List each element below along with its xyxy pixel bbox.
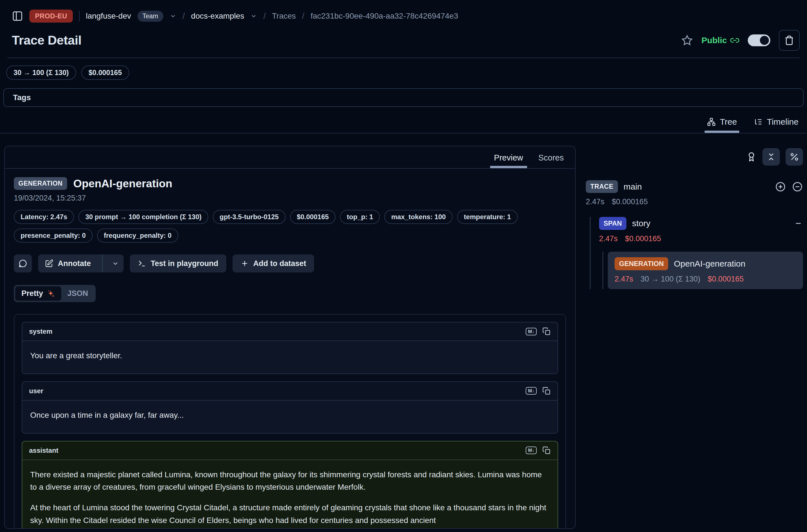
latency-badge[interactable]: Latency: 2.47s	[14, 210, 74, 224]
message-system: system M↓ You are a great storyteller.	[22, 322, 558, 374]
annotate-dropdown[interactable]	[107, 254, 124, 272]
sidebar-toggle-icon[interactable]	[12, 11, 23, 22]
generation-tokens: 30 → 100 (Σ 130)	[640, 275, 700, 284]
breadcrumb-separator: /	[302, 11, 304, 21]
message-tools: M↓	[526, 327, 551, 336]
annotate-button[interactable]: Annotate	[38, 254, 124, 272]
tree-children: GENERATION OpenAI-generation 2.47s 30 → …	[602, 252, 803, 289]
cost-badge[interactable]: $0.000165	[81, 65, 129, 80]
test-in-playground-button[interactable]: Test in playground	[130, 254, 226, 272]
panel-tabs: Preview Scores	[5, 146, 575, 169]
toggle-knob	[760, 36, 769, 45]
delete-trace-button[interactable]	[779, 30, 800, 51]
action-buttons: Annotate Test in playground Add to data	[14, 254, 566, 272]
temperature-badge[interactable]: temperature: 1	[457, 210, 518, 224]
observation-metadata-row: presence_penalty: 0 frequency_penalty: 0	[14, 228, 566, 243]
span-metrics: 2.47s $0.000165	[599, 234, 803, 243]
tab-tree-label: Tree	[720, 117, 737, 127]
chevron-down-icon[interactable]	[250, 13, 257, 19]
tree-node-span[interactable]: SPAN story 2.47s $0.000165	[599, 217, 803, 243]
public-label: Public	[701, 36, 727, 45]
model-badge[interactable]: gpt-3.5-turbo-0125	[213, 210, 285, 224]
sparkles-icon	[46, 289, 55, 298]
environment-badge[interactable]: PROD-EU	[29, 10, 73, 23]
trace-detail-page: PROD-EU langfuse-dev Team / docs-example…	[0, 0, 807, 532]
divider	[102, 254, 103, 272]
copy-icon[interactable]	[542, 327, 551, 336]
tab-scores[interactable]: Scores	[538, 153, 564, 168]
expand-all-icon[interactable]	[775, 181, 786, 192]
format-pretty[interactable]: Pretty	[15, 286, 61, 301]
page-header: Trace Detail Public	[0, 23, 807, 51]
star-icon[interactable]	[681, 34, 693, 46]
breadcrumb-org[interactable]: langfuse-dev	[86, 12, 131, 21]
org-type-badge: Team	[137, 11, 163, 22]
markdown-toggle-icon[interactable]: M↓	[526, 328, 537, 336]
metrics-percent-button[interactable]	[786, 148, 803, 166]
message-content: There existed a majestic planet called L…	[22, 459, 558, 529]
message-text: At the heart of Lumina stood the towerin…	[30, 501, 550, 527]
tree-icon	[707, 117, 716, 126]
tab-tree[interactable]: Tree	[707, 117, 737, 133]
tags-section[interactable]: Tags	[3, 88, 804, 107]
tab-preview[interactable]: Preview	[494, 153, 523, 168]
trace-metrics: 2.47s $0.000165	[586, 197, 803, 206]
span-badge: SPAN	[599, 217, 626, 230]
annotate-main[interactable]: Annotate	[38, 254, 98, 272]
breadcrumb-trace-id: fac231bc-90ee-490a-aa32-78c4269474e3	[311, 12, 458, 21]
cost-badge[interactable]: $0.000165	[290, 210, 336, 224]
content-area: Preview Scores GENERATION OpenAI-generat…	[4, 146, 803, 530]
token-usage-badge[interactable]: 30 → 100 (Σ 130)	[6, 65, 76, 80]
breadcrumb-project[interactable]: docs-examples	[191, 12, 244, 21]
active-tab-indicator	[705, 131, 739, 133]
token-usage-badge[interactable]: 30 prompt → 100 completion (Σ 130)	[78, 210, 208, 224]
add-to-dataset-label: Add to dataset	[254, 259, 306, 268]
message-header: user M↓	[22, 382, 558, 400]
message-tools: M↓	[526, 446, 551, 455]
view-tabs: Tree Timeline	[0, 107, 807, 133]
generation-cost: $0.000165	[708, 275, 744, 284]
breadcrumb-section[interactable]: Traces	[272, 12, 296, 21]
divider	[79, 11, 79, 21]
timeline-icon	[754, 117, 763, 126]
observation-body: GENERATION OpenAI-generation 19/03/2024,…	[5, 169, 575, 529]
active-tab-indicator	[490, 166, 527, 168]
messages-container: system M↓ You are a great storyteller.	[14, 314, 566, 529]
presence-penalty-badge[interactable]: presence_penalty: 0	[14, 228, 93, 243]
breadcrumb: PROD-EU langfuse-dev Team / docs-example…	[0, 0, 807, 23]
frequency-penalty-badge[interactable]: frequency_penalty: 0	[97, 228, 178, 243]
public-link[interactable]: Public	[701, 36, 739, 45]
trace-latency: 2.47s	[586, 197, 604, 206]
comments-button[interactable]	[14, 254, 32, 272]
message-content: Once upon a time in a galaxy far, far aw…	[22, 400, 558, 433]
tab-timeline[interactable]: Timeline	[754, 117, 799, 133]
trace-badge: TRACE	[586, 180, 618, 193]
chevron-down-icon[interactable]	[170, 13, 176, 19]
markdown-toggle-icon[interactable]: M↓	[526, 446, 537, 454]
copy-icon[interactable]	[542, 387, 551, 395]
link-icon	[730, 36, 739, 45]
markdown-toggle-icon[interactable]: M↓	[526, 387, 537, 395]
copy-icon[interactable]	[542, 446, 551, 455]
public-toggle[interactable]	[748, 34, 770, 46]
format-json[interactable]: JSON	[61, 286, 95, 301]
header-actions: Public	[681, 30, 800, 51]
collapse-all-button[interactable]	[763, 148, 780, 166]
observation-type-badge: GENERATION	[14, 177, 67, 190]
tree-node-generation-selected[interactable]: GENERATION OpenAI-generation 2.47s 30 → …	[608, 252, 803, 289]
max-tokens-badge[interactable]: max_tokens: 100	[384, 210, 452, 224]
tree-node-trace[interactable]: TRACE main 2.47s $0.000165	[586, 180, 803, 206]
top-p-badge[interactable]: top_p: 1	[340, 210, 380, 224]
trace-name: main	[624, 182, 642, 192]
add-to-dataset-button[interactable]: Add to dataset	[232, 254, 314, 272]
message-user: user M↓ Once upon a time in a galaxy far…	[22, 381, 558, 434]
tab-preview-label: Preview	[494, 153, 523, 162]
scores-award-icon[interactable]	[746, 151, 757, 162]
message-header: assistant M↓	[22, 441, 558, 459]
collapse-node-icon[interactable]	[793, 218, 803, 228]
collapse-all-icon[interactable]	[792, 181, 803, 192]
message-content: You are a great storyteller.	[22, 340, 558, 374]
message-tools: M↓	[526, 387, 551, 395]
terminal-icon	[138, 259, 146, 268]
chevron-down-icon	[112, 260, 119, 267]
